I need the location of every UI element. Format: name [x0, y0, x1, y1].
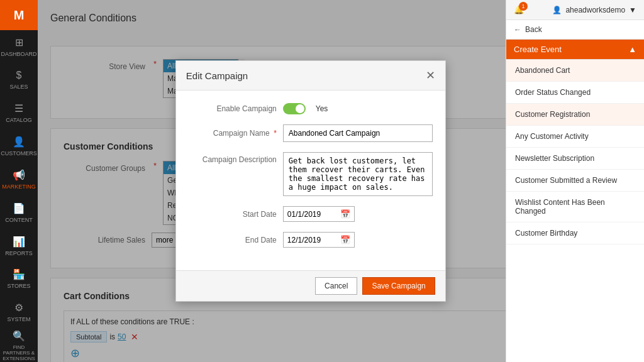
sidebar-logo: M: [0, 0, 38, 30]
end-date-input[interactable]: [287, 236, 338, 244]
campaign-name-label: Campaign Name *: [189, 129, 277, 138]
toggle-yes-label: Yes: [316, 104, 328, 113]
right-panel-header: 🔔 1 👤 aheadworksdemo ▼: [506, 0, 644, 20]
start-date-input[interactable]: [287, 210, 338, 219]
notification-bell[interactable]: 🔔 1: [514, 5, 524, 14]
find-partners-icon: 🔍: [13, 330, 25, 342]
end-date-calendar-icon[interactable]: 📅: [340, 235, 350, 244]
modal-footer: Cancel Save Campaign: [176, 270, 445, 301]
event-type-dropdown: Abandoned Cart Order Status Changed Cust…: [506, 60, 644, 362]
start-date-input-wrap[interactable]: 📅: [283, 206, 355, 222]
user-name: aheadworksdemo: [565, 6, 625, 14]
avatar-icon: 👤: [552, 6, 562, 14]
dropdown-item-customer-registration[interactable]: Customer Registration: [506, 104, 644, 126]
start-date-row: Start Date 📅: [189, 206, 433, 222]
system-icon: ⚙: [14, 302, 23, 314]
sidebar-item-sales[interactable]: $ SALES: [0, 63, 38, 97]
back-label: Back: [525, 25, 542, 34]
cancel-button[interactable]: Cancel: [315, 277, 357, 295]
enable-campaign-row: Enable Campaign Yes: [189, 103, 433, 114]
user-info: 👤 aheadworksdemo ▼: [552, 6, 636, 14]
end-date-input-wrap[interactable]: 📅: [283, 232, 355, 248]
dropdown-item-birthday[interactable]: Customer Birthday: [506, 222, 644, 244]
reports-icon: 📊: [13, 236, 25, 248]
catalog-icon: ☰: [14, 102, 23, 114]
back-button[interactable]: ← Back: [506, 20, 644, 40]
campaign-description-label: Campaign Description: [189, 152, 277, 164]
sidebar-item-content[interactable]: 📄 CONTENT: [0, 196, 38, 229]
dropdown-item-order-status[interactable]: Order Status Changed: [506, 82, 644, 104]
end-date-label: End Date: [189, 236, 277, 244]
campaign-description-input[interactable]: Get back lost customers, let them recove…: [283, 152, 433, 196]
modal-title: Edit Campaign: [186, 70, 248, 81]
campaign-name-row: Campaign Name *: [189, 124, 433, 142]
sidebar-item-find-partners[interactable]: 🔍 FIND PARTNERS & EXTENSIONS: [0, 329, 38, 362]
customers-icon: 👤: [13, 136, 25, 148]
dropdown-item-any-activity[interactable]: Any Customer Activity: [506, 126, 644, 148]
create-event-label: Create Event: [514, 45, 562, 54]
end-date-row: End Date 📅: [189, 232, 433, 248]
main-content: General Conditions ⊙ Store View * All St…: [38, 0, 644, 362]
create-event-button[interactable]: Create Event ▲: [506, 40, 644, 60]
toggle-knob: [296, 104, 304, 113]
modal-header: Edit Campaign ✕: [176, 61, 445, 90]
start-date-calendar-icon[interactable]: 📅: [340, 209, 350, 219]
enable-campaign-toggle[interactable]: [283, 103, 306, 114]
sidebar: M ⊞ DASHBOARD $ SALES ☰ CATALOG 👤 CUSTOM…: [0, 0, 38, 362]
campaign-name-input[interactable]: [283, 124, 433, 142]
sidebar-item-reports[interactable]: 📊 REPORTS: [0, 229, 38, 263]
sidebar-item-catalog[interactable]: ☰ CATALOG: [0, 97, 38, 130]
enable-campaign-label: Enable Campaign: [189, 104, 277, 113]
modal-body: Enable Campaign Yes Campaign Name * Camp…: [176, 90, 445, 270]
save-campaign-button[interactable]: Save Campaign: [362, 277, 435, 295]
dropdown-item-wishlist[interactable]: Wishlist Content Has Been Changed: [506, 192, 644, 222]
sidebar-item-stores[interactable]: 🏪 STORES: [0, 263, 38, 296]
sales-icon: $: [16, 70, 22, 81]
campaign-description-row: Campaign Description Get back lost custo…: [189, 152, 433, 196]
edit-campaign-modal: Edit Campaign ✕ Enable Campaign Yes Camp…: [175, 60, 446, 302]
dashboard-icon: ⊞: [15, 36, 23, 48]
user-dropdown-arrow[interactable]: ▼: [629, 6, 636, 14]
back-arrow-icon: ←: [514, 25, 521, 34]
sidebar-item-system[interactable]: ⚙ SYSTEM: [0, 295, 38, 329]
start-date-label: Start Date: [189, 210, 277, 219]
modal-close-button[interactable]: ✕: [426, 69, 435, 82]
sidebar-item-dashboard[interactable]: ⊞ DASHBOARD: [0, 30, 38, 63]
marketing-icon: 📢: [13, 169, 25, 181]
sidebar-item-customers[interactable]: 👤 CUSTOMERS: [0, 129, 38, 163]
create-event-arrow-icon: ▲: [628, 45, 636, 54]
dropdown-item-submitted-review[interactable]: Customer Submitted a Review: [506, 170, 644, 192]
dropdown-item-newsletter[interactable]: Newsletter Subscription: [506, 148, 644, 170]
stores-icon: 🏪: [13, 268, 25, 280]
right-panel: 🔔 1 👤 aheadworksdemo ▼ ← Back Create Eve…: [506, 0, 644, 362]
notification-count: 1: [519, 2, 528, 11]
sidebar-item-marketing[interactable]: 📢 MARKETING: [0, 163, 38, 196]
dropdown-item-abandoned-cart[interactable]: Abandoned Cart: [506, 60, 644, 82]
content-icon: 📄: [13, 202, 25, 214]
